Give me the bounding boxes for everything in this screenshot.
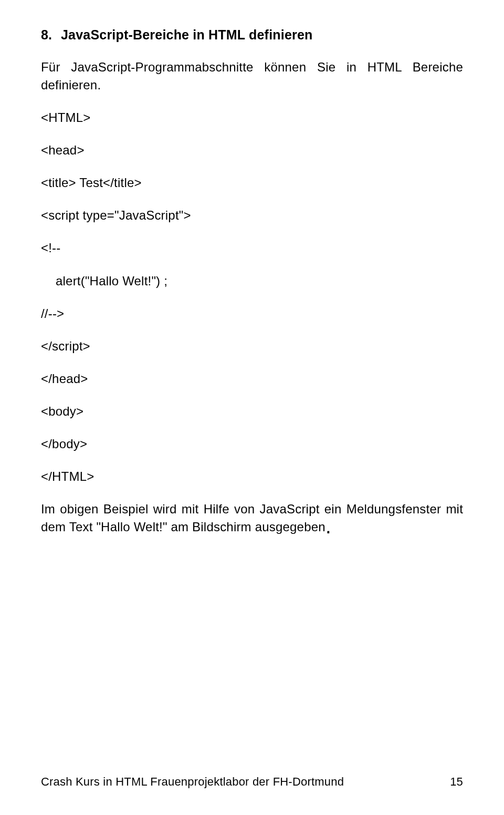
code-line: <HTML> <box>41 109 463 127</box>
code-line: </HTML> <box>41 468 463 486</box>
page-number: 15 <box>450 775 463 789</box>
code-line: <script type="JavaScript"> <box>41 207 463 224</box>
code-line: <!-- <box>41 239 463 257</box>
code-line: </body> <box>41 435 463 453</box>
code-line: <body> <box>41 403 463 420</box>
code-line: //--> <box>41 305 463 323</box>
code-line: <title> Test</title> <box>41 174 463 192</box>
outro-paragraph: Im obigen Beispiel wird mit Hilfe von Ja… <box>41 500 463 536</box>
outro-text: Im obigen Beispiel wird mit Hilfe von Ja… <box>41 502 463 534</box>
footer-text: Crash Kurs in HTML Frauenprojektlabor de… <box>41 775 344 788</box>
code-line: </head> <box>41 370 463 388</box>
section-heading: 8.JavaScript-Bereiche in HTML definieren <box>41 27 463 43</box>
page-footer: Crash Kurs in HTML Frauenprojektlabor de… <box>41 775 463 789</box>
code-line: </script> <box>41 337 463 355</box>
code-line: <head> <box>41 141 463 159</box>
full-stop-icon: . <box>326 514 331 538</box>
section-number: 8. <box>41 27 61 43</box>
document-page: 8.JavaScript-Bereiche in HTML definieren… <box>0 0 504 815</box>
intro-paragraph: Für JavaScript-Programmabschnitte können… <box>41 58 463 94</box>
section-title: JavaScript-Bereiche in HTML definieren <box>61 27 313 42</box>
code-line: alert("Hallo Welt!") ; <box>41 272 463 290</box>
